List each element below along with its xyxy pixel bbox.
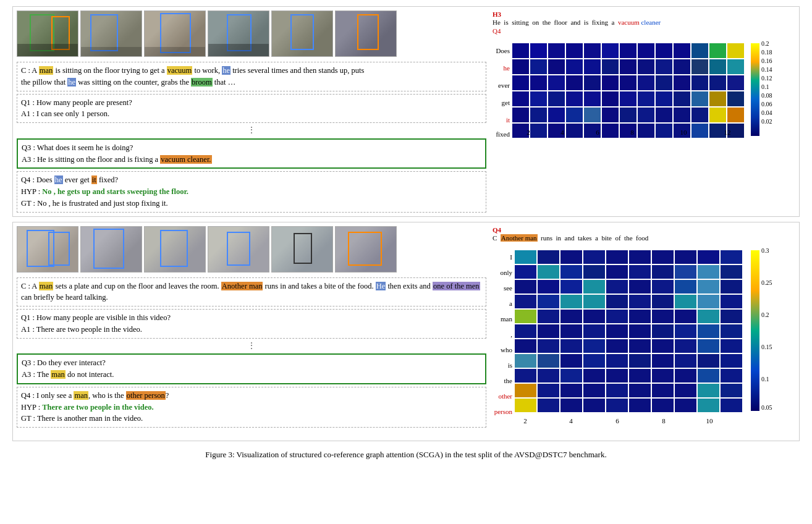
svg-text:0.1: 0.1 [761,376,769,382]
svg-rect-227 [751,250,759,411]
svg-rect-216 [606,399,628,412]
svg-rect-13 [638,43,654,58]
figure-caption: Figure 3: Visualization of structured co… [12,450,800,460]
svg-text:the: the [504,377,513,384]
svg-text:is: is [508,361,512,369]
svg-rect-145 [583,295,605,308]
top-heatmap: Does he ever get it fixed [493,36,783,138]
svg-rect-119 [675,250,696,264]
svg-rect-182 [515,354,536,368]
svg-rect-11 [602,43,619,58]
svg-rect-192 [515,369,536,382]
bottom-right-panel: Q4 C Another man runs in and takes a bit… [493,226,795,437]
svg-rect-60 [548,108,565,122]
svg-rect-12 [620,43,636,58]
svg-rect-116 [606,250,628,264]
top-frame-5 [271,11,333,57]
svg-rect-155 [583,310,605,323]
svg-text:8: 8 [630,129,634,136]
bottom-a3-suffix: do not interact. [66,370,114,379]
svg-rect-200 [698,369,719,382]
svg-rect-162 [515,324,536,338]
bottom-man-highlight: man [39,282,54,290]
svg-rect-15 [674,43,690,58]
svg-rect-90 [751,43,759,136]
svg-rect-168 [652,324,674,338]
top-video-strip [17,11,486,57]
main-container: C : A man is sitting on the floor trying… [12,6,800,460]
svg-rect-167 [629,324,651,338]
top-frame-3 [144,11,206,57]
svg-rect-170 [698,324,719,338]
top-hyp-text: No , he gets up and starts sweeping the … [42,187,188,196]
svg-rect-188 [652,354,674,368]
svg-rect-81 [691,124,708,138]
svg-rect-148 [652,295,674,308]
svg-rect-217 [629,399,651,412]
svg-rect-127 [629,265,651,279]
svg-rect-178 [652,339,674,353]
svg-rect-9 [566,43,583,58]
svg-rect-142 [515,295,536,308]
bottom-c-text3: then exits and [386,282,433,290]
svg-rect-204 [560,384,582,397]
svg-text:0.2: 0.2 [761,40,769,47]
svg-rect-14 [656,43,672,58]
svg-rect-6 [512,43,529,58]
svg-text:10: 10 [680,129,688,136]
svg-rect-146 [606,295,628,308]
svg-rect-62 [584,108,601,122]
top-hyp-line: HYP : No , he gets up and starts sweepin… [21,186,482,198]
top-qa1-block: Q1 : How many people are present? A1 : I… [17,94,486,124]
bottom-hyp-label: HYP : [21,403,42,412]
top-caption-block: C : A man is sitting on the floor trying… [17,62,486,91]
bottom-q4-text1: Q4 : I only see a [21,391,74,400]
svg-text:0.2: 0.2 [761,311,769,318]
bottom-men-highlight: one of the men [433,282,480,290]
svg-rect-176 [606,339,628,353]
svg-rect-27 [656,59,672,74]
svg-rect-166 [606,324,628,338]
svg-rect-208 [652,384,674,397]
svg-rect-8 [548,43,565,58]
svg-rect-38 [620,75,636,90]
svg-rect-74 [566,124,583,138]
top-q4-text2: ever get [63,175,91,184]
svg-rect-22 [566,59,583,74]
top-heatmap-sentence: He is sitting on the floor and is fixing… [493,19,795,26]
svg-rect-76 [602,124,619,138]
svg-rect-37 [602,75,619,90]
bottom-dots: ⋮ [17,341,486,352]
svg-rect-199 [675,369,696,382]
top-vacuum-highlight: vacuum [167,66,193,75]
svg-rect-164 [560,324,582,338]
svg-rect-123 [538,265,559,279]
svg-rect-144 [560,295,582,308]
bottom-hyp-line: HYP : There are two people in the video. [21,402,482,413]
svg-rect-179 [675,339,696,353]
svg-rect-197 [629,369,651,382]
svg-rect-25 [620,59,636,74]
svg-rect-18 [727,43,744,58]
top-gt-line: GT : No , he is frustrated and just stop… [21,198,482,209]
bottom-q4-other-highlight: other person [126,391,166,400]
bottom-he-highlight: He [376,282,386,290]
svg-rect-177 [629,339,651,353]
svg-rect-134 [560,280,582,294]
svg-rect-215 [583,399,605,412]
svg-rect-30 [709,59,726,74]
bottom-qa1-block: Q1 : How many people are visible in this… [17,309,486,339]
svg-rect-42 [691,75,708,90]
svg-rect-181 [721,339,742,353]
svg-rect-180 [698,339,719,353]
bottom-heatmap-q4-label: Q4 [493,226,795,234]
svg-text:0.02: 0.02 [761,118,772,125]
svg-rect-113 [538,250,559,264]
bottom-c-label: C : A [21,282,39,290]
svg-rect-209 [675,384,696,397]
svg-rect-206 [606,384,628,397]
svg-text:0.06: 0.06 [761,101,772,108]
bottom-q4-line: Q4 : I only see a man, who is the other … [21,390,482,402]
svg-rect-169 [675,324,696,338]
svg-text:6: 6 [596,129,599,136]
